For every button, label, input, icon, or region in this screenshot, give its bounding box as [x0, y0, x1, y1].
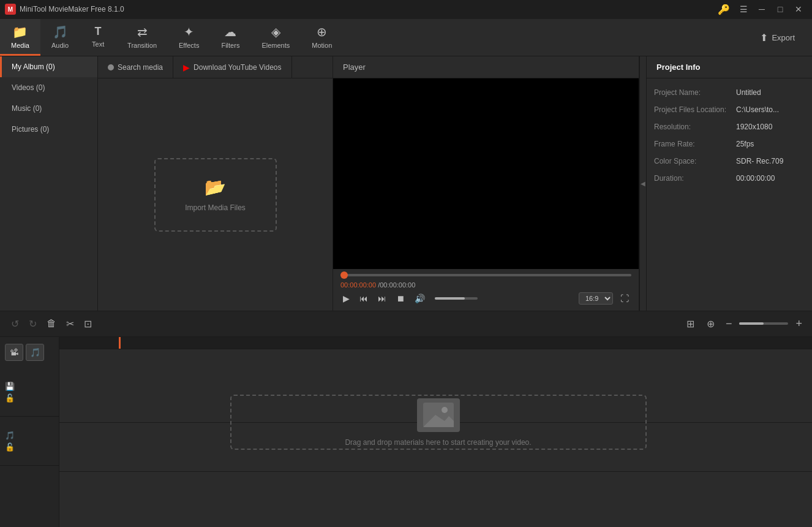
effects-label: Effects: [179, 42, 199, 49]
next-button[interactable]: ⏭: [375, 291, 389, 306]
player-progress-bar[interactable]: [340, 274, 631, 276]
player-title: Player: [343, 63, 366, 72]
redo-button[interactable]: ↻: [25, 314, 40, 333]
add-video-track-button[interactable]: 📽: [5, 344, 23, 361]
cut-button[interactable]: ✂: [62, 314, 78, 333]
key-icon[interactable]: 🔑: [718, 4, 730, 15]
play-button[interactable]: ▶: [340, 291, 352, 306]
project-info-title: Project Info: [656, 63, 701, 72]
filters-icon: ☁: [224, 25, 236, 39]
player-panel: Player 00:00:00:00 / 00:00:00:00 ▶ ⏮ ⏭ ⏹: [333, 56, 639, 310]
timeline-right-controls: ⊞ ⊕ − +: [683, 314, 805, 333]
media-label: Media: [11, 42, 29, 49]
player-buttons: ▶ ⏮ ⏭ ⏹ 🔊 16:9 4:3 1:1 9:16 ⛶: [340, 291, 631, 306]
fullscreen-button[interactable]: ⛶: [618, 291, 631, 306]
framerate-label: Frame Rate:: [654, 140, 734, 148]
sidebar-item-myalbum[interactable]: My Album (0): [0, 56, 97, 77]
video-track-controls: 💾 🔓: [0, 368, 59, 417]
player-time-total: 00:00:00:00: [380, 281, 631, 289]
sidebar-item-videos[interactable]: Videos (0): [0, 77, 97, 98]
timeline-content: Drag and drop materials here to start cr…: [59, 337, 812, 527]
toolbar-filters[interactable]: ☁ Filters: [210, 19, 250, 56]
youtube-download-button[interactable]: ▶ Download YouTube Videos: [173, 56, 291, 78]
crop-button[interactable]: ⊡: [80, 314, 96, 333]
toolbar-audio[interactable]: 🎵 Audio: [40, 19, 80, 56]
search-media-label: Search media: [118, 63, 163, 72]
close-button[interactable]: ✕: [790, 2, 807, 17]
snap-button[interactable]: ⊕: [703, 314, 718, 333]
project-header: Project Info: [647, 56, 812, 78]
audio-track-controls: 🎵 🔓: [0, 417, 59, 466]
zoom-out-button[interactable]: −: [723, 315, 735, 333]
audio-track-lock-button[interactable]: 🔓: [5, 442, 15, 452]
minimize-button[interactable]: ─: [753, 2, 770, 17]
duration-label: Duration:: [654, 174, 734, 183]
player-time: 00:00:00:00 / 00:00:00:00: [340, 281, 631, 289]
video-track-lock-button[interactable]: 🔓: [5, 393, 15, 403]
player-progress-thumb: [340, 271, 348, 279]
zoom-slider[interactable]: [739, 322, 788, 325]
player-screen: [333, 78, 639, 268]
app-title: MiniTool MovieMaker Free 8.1.0: [20, 5, 124, 13]
fit-button[interactable]: ⊞: [683, 314, 698, 333]
resolution-row: Resolution: 1920x1080: [654, 123, 805, 131]
videos-label: Videos (0): [12, 83, 45, 92]
motion-label: Motion: [312, 42, 332, 49]
toolbar-media[interactable]: 📁 Media: [0, 19, 40, 56]
player-time-current: 00:00:00:00: [340, 281, 376, 289]
motion-icon: ⊕: [317, 25, 327, 39]
menu-button[interactable]: ☰: [735, 2, 752, 17]
delete-button[interactable]: 🗑: [43, 314, 60, 333]
project-location-label: Project Files Location:: [654, 105, 734, 114]
add-audio-track-button[interactable]: 🎵: [26, 344, 44, 361]
text-icon: T: [95, 25, 102, 38]
duration-value: 00:00:00:00: [736, 174, 775, 183]
volume-slider[interactable]: [435, 297, 478, 300]
timeline: 📽 🎵 💾 🔓 🎵 🔓: [0, 337, 812, 527]
main-toolbar: 📁 Media 🎵 Audio T Text ⇄ Transition ✦ Ef…: [0, 19, 812, 57]
timeline-ruler: [59, 337, 812, 349]
resolution-value: 1920x1080: [736, 123, 772, 131]
maximize-button[interactable]: □: [772, 2, 789, 17]
prev-button[interactable]: ⏮: [357, 291, 370, 306]
add-video-icon: 📽: [10, 347, 18, 357]
youtube-icon: ▶: [183, 63, 190, 72]
toolbar-effects[interactable]: ✦ Effects: [168, 19, 210, 56]
text-label: Text: [92, 40, 104, 48]
colorspace-value: SDR- Rec.709: [736, 157, 783, 165]
undo-button[interactable]: ↺: [7, 314, 23, 333]
volume-button[interactable]: 🔊: [412, 291, 427, 306]
panel-collapse-button[interactable]: ◀: [639, 56, 647, 310]
video-track-save-button[interactable]: 💾: [5, 382, 15, 391]
folder-icon: 📂: [205, 177, 226, 197]
elements-label: Elements: [261, 42, 290, 49]
search-media-button[interactable]: Search media: [98, 56, 173, 78]
music-label: Music (0): [12, 104, 42, 113]
audio-icon: 🎵: [53, 25, 68, 39]
toolbar-elements[interactable]: ◈ Elements: [250, 19, 301, 56]
media-icon: 📁: [12, 25, 28, 39]
toolbar-motion[interactable]: ⊕ Motion: [301, 19, 343, 56]
sidebar-item-music[interactable]: Music (0): [0, 98, 97, 119]
zoom-in-button[interactable]: +: [793, 315, 805, 333]
toolbar-transition[interactable]: ⇄ Transition: [116, 19, 168, 56]
app: M MiniTool MovieMaker Free 8.1.0 🔑 ☰ ─ □…: [0, 0, 812, 527]
timeline-playhead[interactable]: [119, 337, 121, 349]
filters-label: Filters: [221, 42, 239, 49]
toolbar-right: ⬆ Export: [743, 19, 812, 56]
aspect-ratio-select[interactable]: 16:9 4:3 1:1 9:16: [579, 292, 613, 305]
export-button[interactable]: ⬆ Export: [753, 28, 802, 47]
audio-track-save-button[interactable]: 🎵: [5, 431, 15, 440]
import-media-box[interactable]: 📂 Import Media Files: [154, 158, 277, 232]
timeline-toolbar: ↺ ↻ 🗑 ✂ ⊡ ⊞ ⊕ − +: [0, 311, 812, 337]
transition-label: Transition: [127, 42, 157, 49]
myalbum-label: My Album (0): [12, 63, 55, 71]
duration-row: Duration: 00:00:00:00: [654, 174, 805, 183]
elements-icon: ◈: [271, 25, 280, 39]
stop-button[interactable]: ⏹: [394, 291, 407, 306]
project-info-list: Project Name: Untitled Project Files Loc…: [647, 78, 812, 192]
toolbar-text[interactable]: T Text: [80, 19, 116, 56]
search-dot-icon: [108, 64, 114, 70]
sidebar-item-pictures[interactable]: Pictures (0): [0, 119, 97, 140]
player-controls: 00:00:00:00 / 00:00:00:00 ▶ ⏮ ⏭ ⏹ 🔊 16:9: [333, 269, 639, 311]
